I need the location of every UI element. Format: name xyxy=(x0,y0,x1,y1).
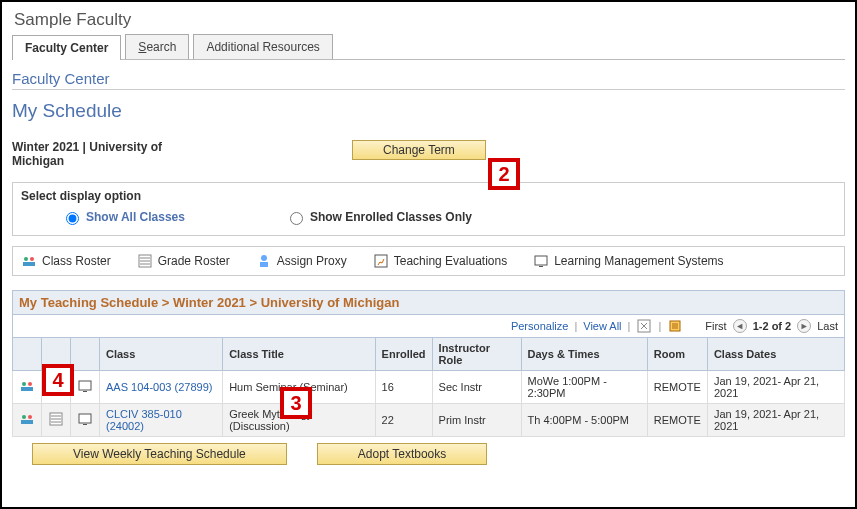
tool-grade-roster[interactable]: Grade Roster xyxy=(137,253,230,269)
room-cell: REMOTE xyxy=(647,404,707,437)
days-cell: MoWe 1:00PM - 2:30PM xyxy=(521,371,647,404)
grid-last[interactable]: Last xyxy=(817,320,838,332)
tool-lms[interactable]: Learning Management Systems xyxy=(533,253,723,269)
lms-icon[interactable] xyxy=(77,378,93,394)
page-title: Sample Faculty xyxy=(14,10,845,30)
tool-class-roster[interactable]: Class Roster xyxy=(21,253,111,269)
grid-toolbar: Personalize | View All | | First ◄ 1-2 o… xyxy=(12,315,845,337)
svg-rect-8 xyxy=(539,266,543,267)
grade-roster-icon[interactable] xyxy=(48,411,64,427)
display-option-group: Select display option Show All Classes S… xyxy=(12,182,845,236)
teaching-schedule-table: Class Class Title Enrolled Instructor Ro… xyxy=(12,337,845,437)
tool-links-row: Class Roster Grade Roster Assign Proxy T… xyxy=(12,246,845,276)
change-term-button[interactable]: Change Term xyxy=(352,140,486,160)
grade-roster-icon xyxy=(137,253,153,269)
svg-rect-19 xyxy=(21,420,33,424)
dates-cell: Jan 19, 2021- Apr 21, 2021 xyxy=(707,371,844,404)
tab-faculty-center[interactable]: Faculty Center xyxy=(12,35,121,60)
tool-assign-proxy[interactable]: Assign Proxy xyxy=(256,253,347,269)
prev-arrow-icon[interactable]: ◄ xyxy=(733,319,747,333)
section-heading: Faculty Center xyxy=(12,70,845,90)
svg-point-4 xyxy=(261,255,267,261)
role-cell: Prim Instr xyxy=(432,404,521,437)
tool-class-roster-label: Class Roster xyxy=(42,254,111,268)
radio-show-enrolled-input[interactable] xyxy=(290,212,303,225)
download-icon[interactable] xyxy=(667,318,683,334)
lms-icon[interactable] xyxy=(77,411,93,427)
col-instructor-role[interactable]: Instructor Role xyxy=(432,338,521,371)
assign-proxy-icon xyxy=(256,253,272,269)
enrolled-cell: 16 xyxy=(375,371,432,404)
radio-show-all-label: Show All Classes xyxy=(86,210,185,224)
tab-bar: Faculty Center Search Additional Resourc… xyxy=(12,34,845,60)
table-header-row: Class Class Title Enrolled Instructor Ro… xyxy=(13,338,845,371)
tool-grade-roster-label: Grade Roster xyxy=(158,254,230,268)
svg-rect-2 xyxy=(23,262,35,266)
callout-3: 3 xyxy=(280,387,312,419)
radio-show-enrolled-label: Show Enrolled Classes Only xyxy=(310,210,472,224)
callout-4: 4 xyxy=(42,364,74,396)
grid-first[interactable]: First xyxy=(705,320,726,332)
svg-rect-16 xyxy=(83,391,87,392)
room-cell: REMOTE xyxy=(647,371,707,404)
radio-show-all-input[interactable] xyxy=(66,212,79,225)
term-text: Winter 2021 | University of Michigan xyxy=(12,140,192,168)
tool-teaching-evaluations-label: Teaching Evaluations xyxy=(394,254,507,268)
tab-search[interactable]: Search xyxy=(125,34,189,59)
svg-point-11 xyxy=(22,382,26,386)
col-class[interactable]: Class xyxy=(100,338,223,371)
class-link[interactable]: AAS 104-003 (27899) xyxy=(106,381,212,393)
teaching-evaluations-icon xyxy=(373,253,389,269)
tool-lms-label: Learning Management Systems xyxy=(554,254,723,268)
svg-point-0 xyxy=(24,257,28,261)
view-all-link[interactable]: View All xyxy=(583,320,621,332)
dates-cell: Jan 19, 2021- Apr 21, 2021 xyxy=(707,404,844,437)
svg-point-1 xyxy=(30,257,34,261)
lms-icon xyxy=(533,253,549,269)
svg-rect-13 xyxy=(21,387,33,391)
days-cell: Th 4:00PM - 5:00PM xyxy=(521,404,647,437)
tab-additional-resources[interactable]: Additional Resources xyxy=(193,34,332,59)
svg-point-18 xyxy=(28,415,32,419)
adopt-textbooks-button[interactable]: Adopt Textbooks xyxy=(317,443,488,465)
zoom-icon[interactable] xyxy=(636,318,652,334)
svg-rect-15 xyxy=(79,381,91,390)
tool-teaching-evaluations[interactable]: Teaching Evaluations xyxy=(373,253,507,269)
teaching-schedule-header: My Teaching Schedule > Winter 2021 > Uni… xyxy=(12,290,845,315)
display-option-label: Select display option xyxy=(21,189,836,203)
callout-2: 2 xyxy=(488,158,520,190)
svg-rect-21 xyxy=(79,414,91,423)
class-roster-icon xyxy=(21,253,37,269)
col-class-title[interactable]: Class Title xyxy=(223,338,375,371)
tool-assign-proxy-label: Assign Proxy xyxy=(277,254,347,268)
col-enrolled[interactable]: Enrolled xyxy=(375,338,432,371)
schedule-heading: My Schedule xyxy=(12,100,845,122)
table-row: CLCIV 385-010 (24002) Greek Mythology (D… xyxy=(13,404,845,437)
enrolled-cell: 22 xyxy=(375,404,432,437)
svg-point-17 xyxy=(22,415,26,419)
class-roster-icon[interactable] xyxy=(19,378,35,394)
svg-rect-22 xyxy=(83,424,87,425)
svg-point-12 xyxy=(28,382,32,386)
grid-range: 1-2 of 2 xyxy=(753,320,792,332)
class-link[interactable]: CLCIV 385-010 (24002) xyxy=(106,408,182,432)
role-cell: Sec Instr xyxy=(432,371,521,404)
view-weekly-schedule-button[interactable]: View Weekly Teaching Schedule xyxy=(32,443,287,465)
radio-show-all[interactable]: Show All Classes xyxy=(61,209,185,225)
next-arrow-icon[interactable]: ► xyxy=(797,319,811,333)
radio-show-enrolled[interactable]: Show Enrolled Classes Only xyxy=(285,209,472,225)
svg-rect-5 xyxy=(260,262,268,267)
svg-rect-7 xyxy=(535,256,547,265)
col-days-times[interactable]: Days & Times xyxy=(521,338,647,371)
svg-rect-6 xyxy=(375,255,387,267)
class-roster-icon[interactable] xyxy=(19,411,35,427)
col-class-dates[interactable]: Class Dates xyxy=(707,338,844,371)
col-room[interactable]: Room xyxy=(647,338,707,371)
personalize-link[interactable]: Personalize xyxy=(511,320,568,332)
table-row: AAS 104-003 (27899) Hum Seminar (Seminar… xyxy=(13,371,845,404)
